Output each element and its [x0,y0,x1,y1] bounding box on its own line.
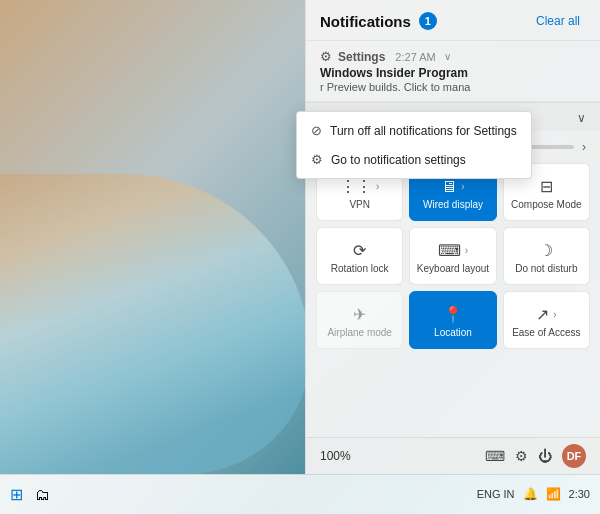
ease-icon-row: ↗ › [536,305,556,324]
ease-of-access-label: Ease of Access [512,327,580,338]
notif-item-header: ⚙ Settings 2:27 AM ∨ [320,49,586,64]
dnd-icon-row: ☽ [539,241,553,260]
settings-footer-icon[interactable]: ⚙ [515,448,528,464]
context-item-notif-settings[interactable]: ⚙ Go to notification settings [297,145,531,174]
keyboard-layout-label: Keyboard layout [417,263,489,274]
notif-body-text: r Preview builds. Click to mana [320,81,586,93]
network-icon[interactable]: 📶 [546,487,561,501]
context-notif-settings-label: Go to notification settings [331,153,466,167]
wired-display-label: Wired display [423,199,483,210]
vpn-icon-row: ⋮⋮ › [340,177,379,196]
notif-title: Notifications [320,13,411,30]
dnd-label: Do not disturb [515,263,577,274]
keyboard-footer-icon[interactable]: ⌨ [485,448,505,464]
footer-icons: ⌨ ⚙ ⏻ DF [485,444,586,468]
keyboard-layout-toggle[interactable]: ⌨ › Keyboard layout [409,227,496,285]
notif-time: 2:27 AM [395,51,435,63]
airplane-mode-toggle[interactable]: ✈ Airplane mode [316,291,403,349]
vpn-icon: ⋮⋮ [340,177,372,196]
clear-all-button[interactable]: Clear all [530,10,586,32]
wired-icon-row: 🖥 › [441,178,464,196]
notif-settings-icon: ⚙ [311,152,323,167]
compose-icon-row: ⊟ [540,177,553,196]
location-label: Location [434,327,472,338]
taskbar-left: ⊞ 🗂 [10,485,50,504]
location-icon: 📍 [443,305,463,324]
quick-settings-chevron[interactable]: ∨ [577,111,586,125]
context-item-turn-off-notifs[interactable]: ⊘ Turn off all notifications for Setting… [297,116,531,145]
keyboard-layout-icon: ⌨ [438,241,461,260]
context-menu: ⊘ Turn off all notifications for Setting… [296,111,532,179]
notification-panel: Notifications 1 Clear all ⚙ Settings 2:2… [305,0,600,474]
turn-off-icon: ⊘ [311,123,322,138]
battery-percent: 100% [320,449,351,463]
location-icon-row: 📍 [443,305,463,324]
ease-chevron[interactable]: › [553,309,556,320]
wired-display-icon: 🖥 [441,178,457,196]
start-button[interactable]: ⊞ [10,485,23,504]
dnd-icon: ☽ [539,241,553,260]
rotation-lock-toggle[interactable]: ⟳ Rotation lock [316,227,403,285]
ease-of-access-icon: ↗ [536,305,549,324]
power-footer-icon[interactable]: ⏻ [538,448,552,464]
rotation-icon-row: ⟳ [353,241,366,260]
avatar[interactable]: DF [562,444,586,468]
airplane-icon-row: ✈ [353,305,366,324]
taskbar-right: ENG IN 🔔 📶 2:30 [477,487,590,502]
rotation-lock-icon: ⟳ [353,241,366,260]
compose-mode-label: Compose Mode [511,199,582,210]
clock[interactable]: 2:30 [569,487,590,502]
taskbar: ⊞ 🗂 ENG IN 🔔 📶 2:30 [0,474,600,514]
notification-item[interactable]: ⚙ Settings 2:27 AM ∨ Windows Insider Pro… [306,41,600,102]
rotation-lock-label: Rotation lock [331,263,389,274]
context-turn-off-label: Turn off all notifications for Settings [330,124,517,138]
file-explorer-icon[interactable]: 🗂 [35,486,50,503]
quick-toggle-grid: ⋮⋮ › VPN 🖥 › Wired display ⊟ Compose Mod… [306,163,600,355]
settings-icon: ⚙ [320,49,332,64]
panel-footer: 100% ⌨ ⚙ ⏻ DF [306,437,600,474]
language-indicator: ENG IN [477,488,515,500]
volume-expand-chevron[interactable]: › [582,140,586,154]
vpn-chevron[interactable]: › [376,181,379,192]
location-toggle[interactable]: 📍 Location [409,291,496,349]
notif-content-title: Windows Insider Program [320,66,586,80]
keyboard-icon-row: ⌨ › [438,241,468,260]
vpn-label: VPN [349,199,370,210]
notif-badge: 1 [419,12,437,30]
time-display: 2:30 [569,487,590,502]
keyboard-chevron[interactable]: › [465,245,468,256]
notif-expand-chevron[interactable]: ∨ [444,51,451,62]
notif-title-row: Notifications 1 [320,12,437,30]
wired-chevron[interactable]: › [461,181,464,192]
notification-tray-icon[interactable]: 🔔 [523,487,538,501]
airplane-mode-icon: ✈ [353,305,366,324]
notif-header: Notifications 1 Clear all [306,0,600,41]
ease-of-access-toggle[interactable]: ↗ › Ease of Access [503,291,590,349]
notif-app-name: Settings [338,50,385,64]
airplane-mode-label: Airplane mode [327,327,391,338]
dnd-toggle[interactable]: ☽ Do not disturb [503,227,590,285]
compose-mode-icon: ⊟ [540,177,553,196]
